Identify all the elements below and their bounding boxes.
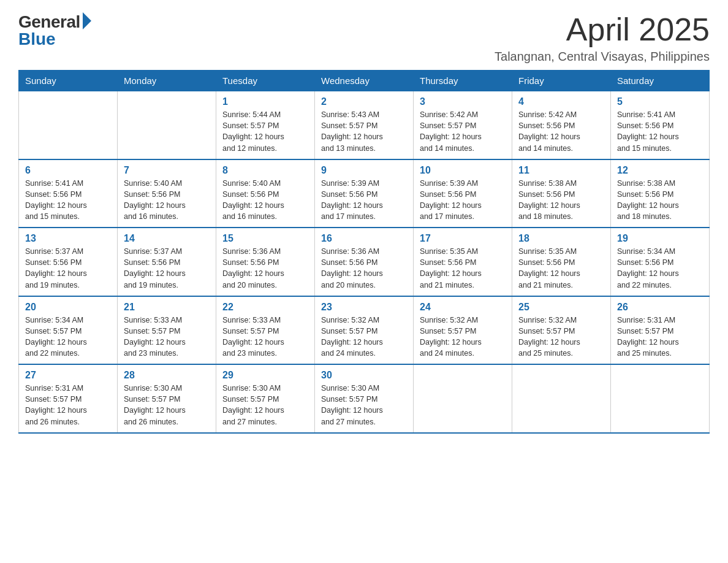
calendar-cell: 16Sunrise: 5:36 AM Sunset: 5:56 PM Dayli… [315, 228, 414, 296]
calendar-cell: 26Sunrise: 5:31 AM Sunset: 5:57 PM Dayli… [611, 296, 710, 365]
column-header-tuesday: Tuesday [216, 71, 315, 91]
day-number: 27 [25, 370, 111, 381]
day-info: Sunrise: 5:32 AM Sunset: 5:57 PM Dayligh… [518, 315, 604, 359]
day-number: 19 [617, 233, 703, 244]
calendar-cell: 10Sunrise: 5:39 AM Sunset: 5:56 PM Dayli… [414, 159, 512, 228]
day-number: 17 [420, 233, 506, 244]
calendar-cell: 30Sunrise: 5:30 AM Sunset: 5:57 PM Dayli… [315, 364, 414, 433]
month-title: April 2025 [495, 12, 710, 47]
calendar-cell: 29Sunrise: 5:30 AM Sunset: 5:57 PM Dayli… [216, 364, 315, 433]
day-info: Sunrise: 5:39 AM Sunset: 5:56 PM Dayligh… [420, 178, 506, 223]
logo-triangle-icon [83, 12, 91, 29]
day-number: 6 [25, 165, 111, 176]
calendar-cell: 9Sunrise: 5:39 AM Sunset: 5:56 PM Daylig… [315, 159, 414, 228]
calendar-cell: 19Sunrise: 5:34 AM Sunset: 5:56 PM Dayli… [611, 228, 710, 296]
calendar-cell: 13Sunrise: 5:37 AM Sunset: 5:56 PM Dayli… [19, 228, 118, 296]
location-text: Talangnan, Central Visayas, Philippines [495, 50, 710, 64]
calendar-cell [512, 364, 611, 433]
day-number: 5 [617, 96, 703, 107]
day-info: Sunrise: 5:36 AM Sunset: 5:56 PM Dayligh… [222, 246, 308, 291]
day-number: 23 [321, 302, 407, 313]
day-info: Sunrise: 5:32 AM Sunset: 5:57 PM Dayligh… [321, 315, 407, 359]
day-info: Sunrise: 5:34 AM Sunset: 5:57 PM Dayligh… [25, 315, 111, 359]
calendar-cell: 11Sunrise: 5:38 AM Sunset: 5:56 PM Dayli… [512, 159, 611, 228]
day-info: Sunrise: 5:42 AM Sunset: 5:57 PM Dayligh… [420, 109, 506, 154]
calendar-cell [414, 364, 512, 433]
calendar-cell: 18Sunrise: 5:35 AM Sunset: 5:56 PM Dayli… [512, 228, 611, 296]
day-info: Sunrise: 5:34 AM Sunset: 5:56 PM Dayligh… [617, 246, 703, 291]
column-header-saturday: Saturday [611, 71, 710, 91]
calendar-cell: 4Sunrise: 5:42 AM Sunset: 5:56 PM Daylig… [512, 91, 611, 159]
day-number: 9 [321, 165, 407, 176]
calendar-cell [611, 364, 710, 433]
day-number: 15 [222, 233, 308, 244]
calendar-cell: 14Sunrise: 5:37 AM Sunset: 5:56 PM Dayli… [118, 228, 216, 296]
day-info: Sunrise: 5:42 AM Sunset: 5:56 PM Dayligh… [518, 109, 604, 154]
calendar-week-2: 6Sunrise: 5:41 AM Sunset: 5:56 PM Daylig… [19, 159, 710, 228]
calendar-cell: 23Sunrise: 5:32 AM Sunset: 5:57 PM Dayli… [315, 296, 414, 365]
day-number: 18 [518, 233, 604, 244]
day-info: Sunrise: 5:37 AM Sunset: 5:56 PM Dayligh… [25, 246, 111, 291]
calendar-cell: 28Sunrise: 5:30 AM Sunset: 5:57 PM Dayli… [118, 364, 216, 433]
calendar-cell: 17Sunrise: 5:35 AM Sunset: 5:56 PM Dayli… [414, 228, 512, 296]
column-header-friday: Friday [512, 71, 611, 91]
calendar-cell: 3Sunrise: 5:42 AM Sunset: 5:57 PM Daylig… [414, 91, 512, 159]
calendar-cell: 7Sunrise: 5:40 AM Sunset: 5:56 PM Daylig… [118, 159, 216, 228]
title-block: April 2025 Talangnan, Central Visayas, P… [495, 12, 710, 64]
day-number: 16 [321, 233, 407, 244]
day-number: 26 [617, 302, 703, 313]
day-info: Sunrise: 5:40 AM Sunset: 5:56 PM Dayligh… [222, 178, 308, 223]
calendar-cell: 27Sunrise: 5:31 AM Sunset: 5:57 PM Dayli… [19, 364, 118, 433]
column-header-thursday: Thursday [414, 71, 512, 91]
day-info: Sunrise: 5:41 AM Sunset: 5:56 PM Dayligh… [25, 178, 111, 223]
day-number: 30 [321, 370, 407, 381]
day-number: 22 [222, 302, 308, 313]
calendar-body: 1Sunrise: 5:44 AM Sunset: 5:57 PM Daylig… [19, 91, 710, 433]
calendar-cell: 5Sunrise: 5:41 AM Sunset: 5:56 PM Daylig… [611, 91, 710, 159]
calendar-cell: 6Sunrise: 5:41 AM Sunset: 5:56 PM Daylig… [19, 159, 118, 228]
day-info: Sunrise: 5:40 AM Sunset: 5:56 PM Dayligh… [124, 178, 210, 223]
calendar-cell: 2Sunrise: 5:43 AM Sunset: 5:57 PM Daylig… [315, 91, 414, 159]
day-info: Sunrise: 5:33 AM Sunset: 5:57 PM Dayligh… [124, 315, 210, 359]
day-number: 10 [420, 165, 506, 176]
day-number: 20 [25, 302, 111, 313]
calendar-cell: 24Sunrise: 5:32 AM Sunset: 5:57 PM Dayli… [414, 296, 512, 365]
calendar-week-5: 27Sunrise: 5:31 AM Sunset: 5:57 PM Dayli… [19, 364, 710, 433]
column-header-sunday: Sunday [19, 71, 118, 91]
day-info: Sunrise: 5:43 AM Sunset: 5:57 PM Dayligh… [321, 109, 407, 154]
day-info: Sunrise: 5:33 AM Sunset: 5:57 PM Dayligh… [222, 315, 308, 359]
calendar-cell [118, 91, 216, 159]
logo-blue-text: Blue [18, 29, 56, 49]
day-number: 4 [518, 96, 604, 107]
day-number: 14 [124, 233, 210, 244]
calendar-cell [19, 91, 118, 159]
day-number: 1 [222, 96, 308, 107]
day-number: 28 [124, 370, 210, 381]
day-info: Sunrise: 5:36 AM Sunset: 5:56 PM Dayligh… [321, 246, 407, 291]
day-info: Sunrise: 5:44 AM Sunset: 5:57 PM Dayligh… [222, 109, 308, 154]
calendar-header: SundayMondayTuesdayWednesdayThursdayFrid… [19, 71, 710, 91]
day-number: 29 [222, 370, 308, 381]
day-info: Sunrise: 5:39 AM Sunset: 5:56 PM Dayligh… [321, 178, 407, 223]
calendar-table: SundayMondayTuesdayWednesdayThursdayFrid… [18, 70, 710, 434]
day-number: 11 [518, 165, 604, 176]
calendar-cell: 20Sunrise: 5:34 AM Sunset: 5:57 PM Dayli… [19, 296, 118, 365]
day-info: Sunrise: 5:31 AM Sunset: 5:57 PM Dayligh… [25, 383, 111, 427]
calendar-week-4: 20Sunrise: 5:34 AM Sunset: 5:57 PM Dayli… [19, 296, 710, 365]
column-header-wednesday: Wednesday [315, 71, 414, 91]
day-info: Sunrise: 5:30 AM Sunset: 5:57 PM Dayligh… [124, 383, 210, 427]
page-header: General Blue April 2025 Talangnan, Centr… [18, 12, 710, 64]
calendar-cell: 15Sunrise: 5:36 AM Sunset: 5:56 PM Dayli… [216, 228, 315, 296]
calendar-week-1: 1Sunrise: 5:44 AM Sunset: 5:57 PM Daylig… [19, 91, 710, 159]
day-number: 13 [25, 233, 111, 244]
day-number: 25 [518, 302, 604, 313]
column-header-monday: Monday [118, 71, 216, 91]
day-number: 7 [124, 165, 210, 176]
calendar-week-3: 13Sunrise: 5:37 AM Sunset: 5:56 PM Dayli… [19, 228, 710, 296]
day-info: Sunrise: 5:32 AM Sunset: 5:57 PM Dayligh… [420, 315, 506, 359]
day-info: Sunrise: 5:30 AM Sunset: 5:57 PM Dayligh… [222, 383, 308, 427]
day-number: 3 [420, 96, 506, 107]
calendar-cell: 25Sunrise: 5:32 AM Sunset: 5:57 PM Dayli… [512, 296, 611, 365]
day-number: 12 [617, 165, 703, 176]
day-info: Sunrise: 5:41 AM Sunset: 5:56 PM Dayligh… [617, 109, 703, 154]
